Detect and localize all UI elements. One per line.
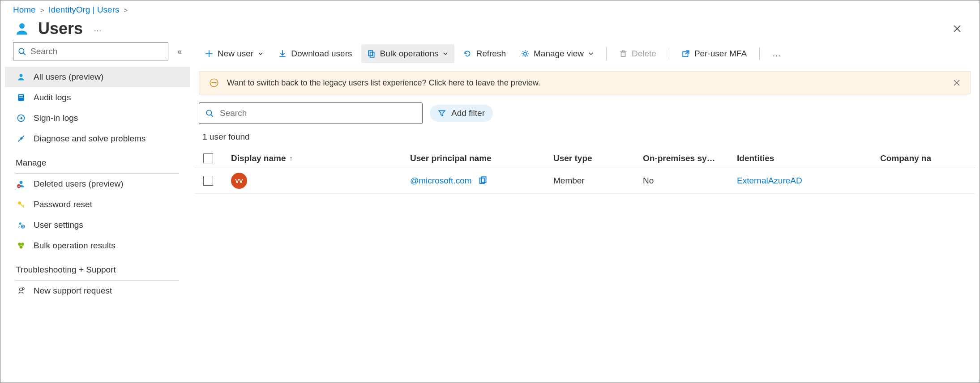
svg-rect-26 [212,82,217,83]
more-commands-button[interactable]: … [766,44,788,63]
breadcrumb-sep: > [40,6,44,14]
toolbar: New user Download users Bulk operations [194,43,975,65]
refresh-button[interactable]: Refresh [457,44,512,63]
chevron-down-icon [443,51,448,56]
results-count: 1 user found [194,124,975,149]
table-header: Display name ↑ User principal name User … [194,149,975,168]
users-table: Display name ↑ User principal name User … [194,149,975,194]
sidebar-item-all-users[interactable]: All users (preview) [5,67,190,87]
sidebar-item-label: Sign-in logs [34,113,78,123]
svg-rect-20 [368,51,372,55]
sidebar-item-user-settings[interactable]: User settings [5,215,190,235]
svg-point-0 [19,23,25,29]
divider [669,47,669,60]
column-company[interactable]: Company na [880,153,970,163]
sidebar-item-label: Audit logs [34,93,71,102]
sidebar: « All users (preview) Audit logs Sign-in… [0,43,194,371]
sort-ascending-icon: ↑ [290,155,293,162]
more-menu[interactable]: … [91,21,105,36]
sidebar-item-password-reset[interactable]: Password reset [5,194,190,215]
svg-rect-21 [370,52,374,57]
sidebar-item-diagnose[interactable]: Diagnose and solve problems [5,128,190,149]
main-search-input[interactable] [220,108,416,118]
main-search[interactable] [199,102,423,124]
sidebar-item-label: All users (preview) [34,72,103,82]
trash-icon [619,50,627,58]
svg-point-22 [524,52,527,55]
svg-point-12 [19,222,21,225]
svg-point-11 [18,201,21,204]
delete-button: Delete [613,44,663,63]
gear-icon [521,50,529,58]
bulk-operations-button[interactable]: Bulk operations [361,44,455,63]
add-filter-button[interactable]: Add filter [430,105,493,122]
button-label: Download users [291,49,352,59]
bulk-ops-icon [368,50,376,58]
divider [606,47,607,60]
page-header: Users … [0,19,980,43]
breadcrumb-home[interactable]: Home [13,5,36,15]
search-icon [18,47,26,55]
manage-view-button[interactable]: Manage view [515,44,600,63]
user-icon [16,72,26,81]
button-label: Bulk operations [380,49,439,59]
collapse-sidebar-icon[interactable]: « [177,47,182,56]
search-icon [205,109,214,117]
user-gear-icon [16,221,26,230]
upn-link[interactable]: @microsoft.com [410,176,472,186]
column-user-type[interactable]: User type [553,153,643,163]
svg-point-1 [19,48,24,53]
column-identities[interactable]: Identities [737,153,880,163]
sidebar-item-audit-logs[interactable]: Audit logs [5,87,190,108]
svg-point-16 [21,243,24,246]
svg-point-15 [18,243,21,246]
sidebar-item-support[interactable]: New support request [5,281,190,301]
plus-icon [205,50,213,58]
banner-text: Want to switch back to the legacy users … [227,78,540,88]
banner-close-button[interactable] [953,79,960,86]
svg-rect-5 [19,97,23,98]
sidebar-item-bulk-results[interactable]: Bulk operation results [5,235,190,256]
svg-point-7 [20,137,22,140]
svg-point-18 [20,288,23,291]
column-display-name[interactable]: Display name ↑ [231,153,410,163]
sidebar-section-manage: Manage [5,149,190,171]
arrow-circle-icon [16,114,26,123]
column-upn[interactable]: User principal name [410,153,553,163]
download-users-button[interactable]: Download users [272,44,358,63]
per-user-mfa-button[interactable]: Per-user MFA [676,44,753,63]
button-label: Manage view [534,49,584,59]
sidebar-search[interactable] [13,43,168,60]
tools-icon [16,134,26,143]
filter-label: Add filter [451,108,485,118]
info-icon [209,78,219,88]
breadcrumb-sep: > [124,6,128,14]
info-banner[interactable]: Want to switch back to the legacy users … [199,71,971,94]
sidebar-item-label: Deleted users (preview) [34,179,124,189]
book-icon [16,93,26,102]
svg-point-14 [22,226,24,227]
sidebar-item-label: Diagnose and solve problems [34,134,146,144]
new-user-button[interactable]: New user [199,44,270,63]
button-label: Per-user MFA [694,49,747,59]
external-link-icon [682,50,690,58]
filter-icon [438,109,446,117]
table-row[interactable]: VV @microsoft.com Member No ExternalAzur… [194,168,975,194]
breadcrumb-identityorg[interactable]: IdentityOrg | Users [48,5,119,15]
button-label: Refresh [476,49,506,59]
copy-icon[interactable] [478,176,487,185]
support-icon [16,286,26,295]
sidebar-item-signin-logs[interactable]: Sign-in logs [5,108,190,128]
sidebar-search-input[interactable] [30,47,163,56]
sidebar-item-label: User settings [34,220,83,230]
row-checkbox[interactable] [203,176,213,186]
sidebar-item-deleted-users[interactable]: Deleted users (preview) [5,174,190,194]
button-label: New user [218,49,253,59]
close-button[interactable] [948,20,966,38]
main-content: New user Download users Bulk operations [194,43,980,371]
select-all-checkbox[interactable] [203,153,213,163]
identities-link[interactable]: ExternalAzureAD [737,176,802,185]
avatar: VV [231,173,247,189]
column-on-prem[interactable]: On-premises sy… [643,153,737,163]
sidebar-item-label: Bulk operation results [34,241,116,251]
